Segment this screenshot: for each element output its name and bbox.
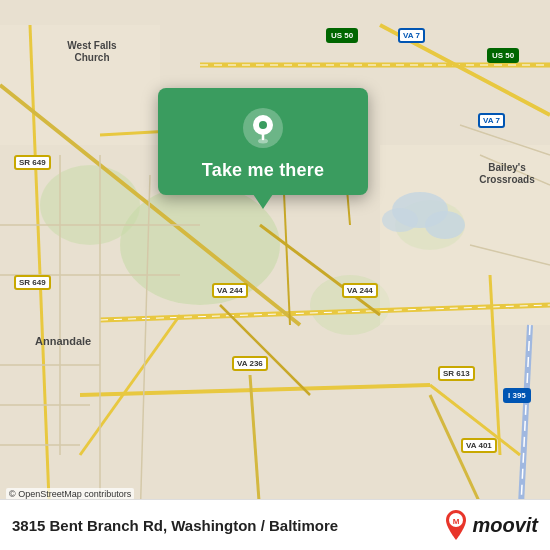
map-container: West FallsChurch Bailey'sCrossroads Anna… [0, 0, 550, 550]
road-badge-i395: I 395 [503, 388, 531, 403]
svg-line-22 [250, 375, 260, 515]
svg-point-42 [259, 121, 267, 129]
moovit-wordmark: moovit [472, 514, 538, 537]
svg-line-17 [80, 315, 180, 455]
road-badge-us50-top: US 50 [326, 28, 358, 43]
place-label-annandale: Annandale [35, 335, 91, 347]
bottom-bar: 3815 Bent Branch Rd, Washington / Baltim… [0, 499, 550, 550]
svg-line-18 [80, 385, 430, 395]
svg-line-26 [220, 305, 310, 395]
place-label-west-falls-church: West FallsChurch [52, 40, 132, 64]
take-me-there-button[interactable]: Take me there [202, 160, 324, 181]
road-badge-va236: VA 236 [232, 356, 268, 371]
road-badge-sr649-left: SR 649 [14, 155, 51, 170]
road-badge-va244-left: VA 244 [212, 283, 248, 298]
road-badge-us50-right: US 50 [487, 48, 519, 63]
moovit-logo: M moovit [444, 510, 538, 540]
road-badge-sr613: SR 613 [438, 366, 475, 381]
road-badge-sr649-bl: SR 649 [14, 275, 51, 290]
popup-card: Take me there [158, 88, 368, 195]
place-label-baileys-crossroads: Bailey'sCrossroads [472, 162, 542, 186]
svg-point-1 [40, 165, 140, 245]
map-roads [0, 0, 550, 550]
road-badge-va7-right: VA 7 [478, 113, 505, 128]
address-text: 3815 Bent Branch Rd, Washington / Baltim… [12, 517, 338, 534]
road-badge-va244-right: VA 244 [342, 283, 378, 298]
road-badge-va401: VA 401 [461, 438, 497, 453]
moovit-pin-icon: M [444, 510, 468, 540]
road-badge-va7-top: VA 7 [398, 28, 425, 43]
svg-text:M: M [453, 517, 460, 526]
location-pin-icon [241, 106, 285, 150]
